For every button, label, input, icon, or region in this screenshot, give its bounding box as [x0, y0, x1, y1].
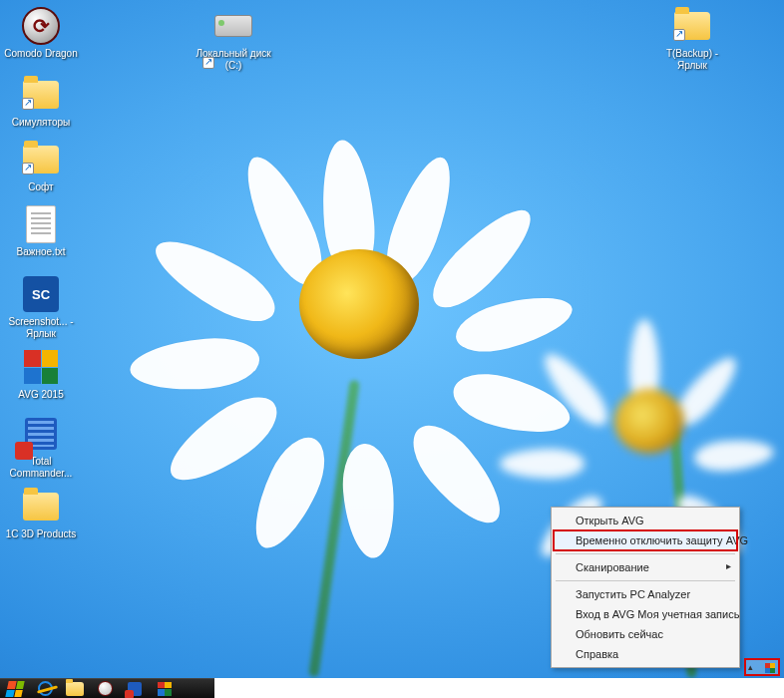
- icon-label: AVG 2015: [18, 389, 63, 401]
- sc-app-icon: SC: [23, 276, 59, 312]
- desktop-icon-total-commander[interactable]: Total Commander...: [2, 414, 80, 479]
- tray-avg-highlight[interactable]: ▴: [744, 658, 780, 676]
- shortcut-arrow-icon: [22, 98, 34, 110]
- menu-item-label: Сканирование: [576, 561, 649, 573]
- taskbar-total-commander[interactable]: [124, 681, 146, 697]
- desktop-icon-folder[interactable]: T(Backup) - Ярлык: [653, 6, 731, 71]
- menu-item-label: Запустить PC Analyzer: [576, 588, 690, 600]
- menu-item-pc-analyzer[interactable]: Запустить PC Analyzer: [554, 584, 737, 604]
- folder-icon: [23, 146, 59, 174]
- taskbar: [0, 678, 784, 698]
- taskbar-main: [0, 678, 214, 698]
- comodo-dragon-icon: ⟳: [22, 7, 60, 45]
- menu-item-label: Вход в AVG Моя учетная запись: [576, 608, 739, 620]
- text-file-icon: [26, 205, 56, 243]
- menu-item-avg-account[interactable]: Вход в AVG Моя учетная запись: [554, 604, 737, 624]
- desktop-icon-folder[interactable]: Софт: [2, 140, 80, 193]
- icon-label: Comodo Dragon: [4, 48, 77, 60]
- menu-item-disable-protection[interactable]: Временно отключить защиту AVG: [554, 530, 737, 550]
- wallpaper-flower: [180, 80, 519, 419]
- icon-label: Симуляторы: [12, 117, 71, 129]
- folder-icon: [674, 12, 710, 40]
- comodo-icon: [98, 681, 113, 696]
- shortcut-arrow-icon: [202, 57, 214, 69]
- desktop-icon-folder[interactable]: 1C 3D Products: [2, 487, 80, 540]
- menu-item-help[interactable]: Справка: [554, 644, 737, 664]
- wallpaper-flower-blur: [545, 299, 744, 499]
- desktop-icon-avg[interactable]: AVG 2015: [2, 347, 80, 401]
- icon-label: Screenshot... - Ярлык: [2, 316, 80, 339]
- desktop-icon-comodo-dragon[interactable]: ⟳ Comodo Dragon: [2, 6, 80, 60]
- desktop-icon-textfile[interactable]: Важное.txt: [2, 204, 80, 258]
- taskbar-comodo[interactable]: [94, 681, 116, 697]
- icon-label: Софт: [28, 181, 53, 193]
- folder-icon: [23, 81, 59, 109]
- menu-item-open-avg[interactable]: Открыть AVG: [554, 511, 737, 530]
- drive-icon: [214, 15, 252, 37]
- icon-label: 1C 3D Products: [6, 528, 77, 540]
- taskbar-ie[interactable]: [34, 681, 56, 697]
- total-commander-icon: [128, 682, 142, 696]
- windows-logo-icon: [5, 681, 24, 697]
- avg-icon: [24, 350, 58, 384]
- shortcut-arrow-icon: [22, 163, 34, 174]
- taskbar-avg[interactable]: [154, 681, 176, 697]
- menu-item-label: Обновить сейчас: [576, 628, 663, 640]
- icon-label: Total Commander...: [2, 456, 80, 479]
- desktop-icon-screenshot-captor[interactable]: SC Screenshot... - Ярлык: [2, 274, 80, 339]
- taskbar-explorer[interactable]: [64, 681, 86, 697]
- explorer-icon: [66, 682, 84, 696]
- avg-tray-icon: [765, 663, 775, 673]
- shortcut-arrow-icon: [673, 29, 685, 41]
- avg-icon: [158, 682, 172, 696]
- taskbar-crop: [214, 678, 784, 698]
- menu-item-label: Открыть AVG: [576, 515, 644, 526]
- ie-icon: [38, 681, 53, 696]
- desktop-icon-local-disk[interactable]: Локальный диск (C:): [195, 6, 272, 71]
- desktop-icon-folder[interactable]: Симуляторы: [2, 75, 80, 129]
- menu-separator: [556, 580, 735, 581]
- avg-tray-context-menu: Открыть AVG Временно отключить защиту AV…: [551, 507, 740, 668]
- icon-label: T(Backup) - Ярлык: [653, 48, 731, 71]
- start-button[interactable]: [4, 681, 26, 697]
- tray-chevron-up-icon: ▴: [748, 662, 753, 672]
- folder-icon: [23, 493, 59, 521]
- desktop[interactable]: ⟳ Comodo Dragon Симуляторы Софт Важное.t…: [0, 0, 784, 678]
- menu-item-scanning[interactable]: Сканирование: [554, 557, 737, 577]
- icon-label: Важное.txt: [17, 246, 66, 258]
- menu-separator: [556, 553, 735, 554]
- tc-overlay-icon: [15, 442, 33, 460]
- menu-item-label: Временно отключить защиту AVG: [576, 534, 748, 546]
- menu-item-label: Справка: [576, 648, 618, 660]
- menu-item-update-now[interactable]: Обновить сейчас: [554, 624, 737, 644]
